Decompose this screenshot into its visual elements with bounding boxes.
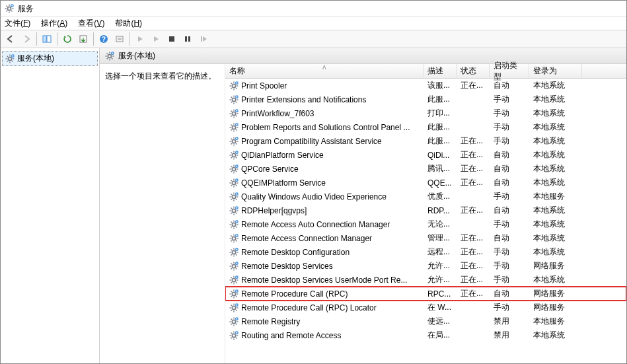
service-name-cell: QQEIMPlatform Service xyxy=(225,178,424,188)
column-header-name[interactable]: 名称ᐱ xyxy=(225,64,424,78)
export-button[interactable] xyxy=(76,32,91,46)
menu-action[interactable]: 操作(A) xyxy=(41,18,67,29)
service-row[interactable]: Remote Access Connection Manager管理...正在.… xyxy=(225,231,626,245)
service-name-cell: PrintWorkflow_7f603 xyxy=(225,109,424,118)
service-start-cell: 手动 xyxy=(490,219,529,230)
service-row[interactable]: Quality Windows Audio Video Experience优质… xyxy=(225,190,626,203)
tree-item-services-local[interactable]: 服务(本地) xyxy=(2,51,98,66)
service-login-cell: 网络服务 xyxy=(529,288,582,299)
service-name: Remote Procedure Call (RPC) xyxy=(241,289,348,299)
service-row[interactable]: QiDianPlatform ServiceQiDi...正在...自动本地系统 xyxy=(225,148,626,162)
nav-forward-button[interactable] xyxy=(19,32,34,46)
service-row[interactable]: QPCore Service腾讯...正在...自动本地系统 xyxy=(225,162,626,176)
column-header-logon[interactable]: 登录为 xyxy=(529,64,582,78)
service-status-cell: 正在... xyxy=(457,177,490,188)
service-name: Print Spooler xyxy=(241,81,287,91)
service-name: QQEIMPlatform Service xyxy=(241,178,326,188)
gear-icon xyxy=(229,220,239,229)
gear-icon xyxy=(229,317,239,326)
service-start-cell: 手动 xyxy=(490,302,529,313)
gear-icon xyxy=(229,81,239,91)
service-login-cell: 本地系统 xyxy=(529,135,582,147)
service-row[interactable]: Remote Procedure Call (RPC) Locator在 W..… xyxy=(225,301,626,314)
service-row[interactable]: Remote Desktop Services允许...正在...手动网络服务 xyxy=(225,259,626,273)
service-row[interactable]: Program Compatibility Assistant Service此… xyxy=(225,134,626,148)
service-row[interactable]: Remote Procedure Call (RPC)RPC...正在...自动… xyxy=(225,287,626,301)
service-start-cell: 手动 xyxy=(490,191,529,202)
list-header: 名称ᐱ 描述 状态 启动类型 登录为 xyxy=(225,64,626,79)
service-row[interactable]: Print Spooler该服...正在...自动本地系统 xyxy=(225,79,626,92)
column-header-startup[interactable]: 启动类型 xyxy=(490,64,529,78)
service-row[interactable]: Problem Reports and Solutions Control Pa… xyxy=(225,120,626,134)
service-status-cell: 正在... xyxy=(457,233,490,244)
service-name: Program Compatibility Assistant Service xyxy=(241,137,382,146)
service-desc-cell: 使远... xyxy=(424,316,457,327)
column-header-description[interactable]: 描述 xyxy=(424,64,457,78)
svg-rect-21 xyxy=(201,36,202,42)
service-row[interactable]: Remote Registry使远...禁用本地服务 xyxy=(225,314,626,328)
start-service-button[interactable] xyxy=(133,32,147,46)
service-row[interactable]: Remote Desktop Configuration远程...正在...手动… xyxy=(225,245,626,259)
nav-back-button[interactable] xyxy=(3,32,18,46)
svg-rect-15 xyxy=(116,36,123,42)
show-hide-tree-button[interactable] xyxy=(40,32,54,46)
service-row[interactable]: RDPHelper[qgvps]RDP...正在...自动本地系统 xyxy=(225,203,626,217)
service-name: Remote Access Auto Connection Manager xyxy=(241,220,390,229)
service-name-cell: Remote Procedure Call (RPC) xyxy=(225,289,424,299)
menu-file[interactable]: 文件(F) xyxy=(5,18,30,29)
service-row[interactable]: Printer Extensions and Notifications此服..… xyxy=(225,92,626,106)
service-name-cell: Remote Procedure Call (RPC) Locator xyxy=(225,303,424,312)
service-login-cell: 本地服务 xyxy=(529,316,582,327)
menu-help[interactable]: 帮助(H) xyxy=(115,18,142,29)
gear-icon xyxy=(229,289,239,299)
service-desc-cell: 在局... xyxy=(424,330,457,341)
service-row[interactable]: Routing and Remote Access在局...禁用本地系统 xyxy=(225,328,626,342)
service-name-cell: Routing and Remote Access xyxy=(225,331,424,340)
service-login-cell: 本地系统 xyxy=(529,177,582,188)
service-name-cell: RDPHelper[qgvps] xyxy=(225,206,424,215)
svg-rect-11 xyxy=(47,36,51,42)
service-name-cell: Remote Desktop Configuration xyxy=(225,248,424,257)
gear-icon xyxy=(105,52,114,61)
service-login-cell: 本地系统 xyxy=(529,80,582,91)
gear-icon xyxy=(5,54,15,63)
pause-service-button[interactable] xyxy=(180,32,195,46)
gear-icon xyxy=(229,331,239,340)
gear-icon xyxy=(229,275,239,285)
stop-service-button[interactable] xyxy=(165,32,179,46)
service-desc-cell: 腾讯... xyxy=(424,163,457,174)
description-pane: 选择一个项目来查看它的描述。 xyxy=(100,64,225,363)
properties-button[interactable] xyxy=(112,32,127,46)
service-name-cell: Remote Access Auto Connection Manager xyxy=(225,220,424,229)
window-title: 服务 xyxy=(18,3,34,15)
service-start-cell: 手动 xyxy=(490,135,529,147)
service-status-cell: 正在... xyxy=(457,288,490,299)
service-name-cell: Print Spooler xyxy=(225,81,424,91)
gear-icon xyxy=(229,137,239,146)
service-desc-cell: 优质... xyxy=(424,191,457,202)
toolbar: ? xyxy=(1,30,626,48)
refresh-button[interactable] xyxy=(60,32,75,46)
svg-rect-18 xyxy=(169,36,174,42)
services-window: 服务 文件(F) 操作(A) 查看(V) 帮助(H) ? 服务(本地) xyxy=(0,0,627,364)
help-button[interactable]: ? xyxy=(96,32,111,46)
menu-view[interactable]: 查看(V) xyxy=(78,18,104,29)
service-status-cell: 正在... xyxy=(457,149,490,161)
service-status-cell: 正在... xyxy=(457,274,490,285)
column-header-status[interactable]: 状态 xyxy=(457,64,490,78)
service-row[interactable]: QQEIMPlatform ServiceQQE...正在...自动本地系统 xyxy=(225,176,626,190)
svg-text:?: ? xyxy=(102,36,106,43)
service-login-cell: 网络服务 xyxy=(529,260,582,272)
gear-icon xyxy=(229,248,239,257)
service-desc-cell: 允许... xyxy=(424,274,457,285)
service-row[interactable]: Remote Desktop Services UserMode Port Re… xyxy=(225,273,626,287)
service-list[interactable]: Print Spooler该服...正在...自动本地系统Printer Ext… xyxy=(225,79,626,363)
tree-pane: 服务(本地) xyxy=(1,48,100,363)
service-desc-cell: 无论... xyxy=(424,219,457,230)
service-row[interactable]: Remote Access Auto Connection Manager无论.… xyxy=(225,217,626,231)
service-desc-cell: 此服... xyxy=(424,135,457,147)
service-row[interactable]: PrintWorkflow_7f603打印...手动本地系统 xyxy=(225,106,626,120)
service-desc-cell: 此服... xyxy=(424,122,457,133)
restart-service-button[interactable] xyxy=(196,32,211,46)
start-service-alt-button[interactable] xyxy=(149,32,163,46)
